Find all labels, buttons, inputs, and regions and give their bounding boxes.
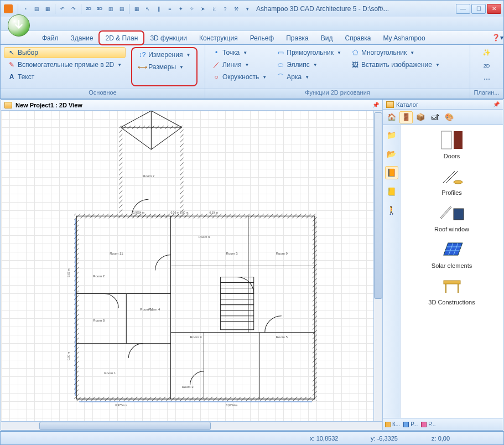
qat-snap1-icon[interactable]: ✦ xyxy=(176,4,186,14)
cat-doors-icon[interactable]: 🚪 xyxy=(399,111,413,123)
cat-tab-p1[interactable]: Р... xyxy=(403,421,418,427)
point-button[interactable]: •Точка▼ xyxy=(209,47,271,58)
qat-split-v-icon[interactable]: ▤ xyxy=(117,4,127,14)
pin-icon[interactable]: 📌 xyxy=(372,102,379,108)
coord-y: y: -6,3325 xyxy=(371,435,415,442)
insert-image-label: Вставить изображение xyxy=(361,61,432,69)
titlebar: ▫ ▤ ▦ ↶ ↷ 2D 3D ▥ ▤ ▦ ↖ ‖ ≡ ✦ ✧ ➤ ⟀ ? ⚒ … xyxy=(0,0,504,17)
cat-3d-icon[interactable]: 📦 xyxy=(414,111,427,123)
line-icon: ／ xyxy=(212,61,220,69)
qat-tools-icon[interactable]: ⚒ xyxy=(231,4,241,14)
qat-undo-icon[interactable]: ↶ xyxy=(58,4,67,14)
catalog-item-3d-constructions[interactable]: 3D Constructions xyxy=(401,271,503,308)
polygon-button[interactable]: ⬠Многоугольник▼ xyxy=(347,47,444,58)
svg-text:0,19 m: 0,19 m xyxy=(210,211,218,214)
measurements-button[interactable]: ↕? Измерения ▼ xyxy=(134,49,194,60)
tab-2d-plan[interactable]: 2D & План xyxy=(99,31,144,45)
rect-button[interactable]: ▭Прямоугольник▼ xyxy=(273,47,345,58)
qat-open-icon[interactable]: ▤ xyxy=(32,4,41,14)
qat-help-icon[interactable]: ? xyxy=(220,4,230,14)
floor-plan: Room 7 Room 11 Room 2 Room 8 Room 1 Room… xyxy=(1,111,373,421)
point-icon: • xyxy=(212,49,220,56)
cat-tab-p2[interactable]: Р... xyxy=(421,421,435,427)
ribbon: ↖ Выбор ✎ Вспомогательные прямые в 2D ▼ … xyxy=(0,45,504,99)
point-label: Точка xyxy=(222,49,240,56)
svg-rect-51 xyxy=(454,209,464,220)
cat-side-5[interactable]: 🚶 xyxy=(385,204,398,217)
cat-side-1[interactable]: 📁 xyxy=(385,128,398,142)
text-button[interactable]: A Текст xyxy=(4,71,126,82)
svg-text:Room 6: Room 6 xyxy=(199,235,211,239)
catalog-item-solar[interactable]: Solar elements xyxy=(401,235,503,271)
dimension-icon: ⟷ xyxy=(138,63,146,71)
arc-button[interactable]: ⌒Арка▼ xyxy=(273,71,345,82)
svg-text:Room 1: Room 1 xyxy=(104,371,116,375)
qat-3d-icon[interactable]: 3D xyxy=(95,4,105,14)
plugin-icon-3[interactable]: ⋯ xyxy=(482,74,492,85)
app-menu-orb[interactable] xyxy=(8,14,30,37)
tab-my-ashampoo[interactable]: My Ashampoo xyxy=(377,31,432,44)
catalog-title: Каталог xyxy=(396,101,418,108)
qat-cursor-icon[interactable]: ↖ xyxy=(143,4,153,14)
tab-file[interactable]: Файл xyxy=(36,31,65,44)
tab-edit[interactable]: Правка xyxy=(280,31,315,44)
catalog-item-profiles[interactable]: Profiles xyxy=(401,162,503,198)
qat-2d-icon[interactable]: 2D xyxy=(84,4,93,14)
select-button[interactable]: ↖ Выбор xyxy=(4,47,126,58)
catalog-toolbar: 🏠 🚪 📦 🛋 🎨 xyxy=(383,110,503,125)
polygon-icon: ⬠ xyxy=(351,49,359,56)
horizontal-scrollbar[interactable] xyxy=(1,421,382,430)
line-button[interactable]: ／Линия▼ xyxy=(209,59,271,70)
plugin-icon-2[interactable]: 2D xyxy=(482,61,492,70)
circle-button[interactable]: ○Окружность▼ xyxy=(209,71,271,82)
image-icon: 🖼 xyxy=(351,61,359,69)
svg-text:0,00 m 0,00 m: 0,00 m 0,00 m xyxy=(170,211,188,214)
vertical-scrollbar[interactable] xyxy=(373,111,382,421)
chevron-down-icon: ▼ xyxy=(117,63,122,68)
svg-text:Room 5: Room 5 xyxy=(276,335,288,339)
qat-new-icon[interactable]: ▫ xyxy=(20,4,30,14)
minimize-button[interactable]: ― xyxy=(456,4,470,14)
qat-grid-icon[interactable]: ▦ xyxy=(132,4,142,14)
tab-help[interactable]: Справка xyxy=(339,31,377,44)
cat-furniture-icon[interactable]: 🛋 xyxy=(428,111,441,123)
catalog-item-roof-window[interactable]: Roof window xyxy=(401,198,503,235)
insert-image-button[interactable]: 🖼Вставить изображение▼ xyxy=(347,59,444,70)
tab-view[interactable]: Вид xyxy=(315,31,339,44)
help-icon[interactable]: ❓▾ xyxy=(491,31,503,44)
qat-align-icon[interactable]: ‖ xyxy=(154,4,164,14)
tab-construction[interactable]: Конструкция xyxy=(193,31,244,44)
canvas[interactable]: Room 7 Room 11 Room 2 Room 8 Room 1 Room… xyxy=(1,111,373,421)
guides-2d-button[interactable]: ✎ Вспомогательные прямые в 2D ▼ xyxy=(4,59,126,70)
tab-3d-functions[interactable]: 3D функции xyxy=(144,31,193,44)
catalog-list[interactable]: Doors Profiles Roof window Solar element… xyxy=(401,125,503,418)
qat-split-h-icon[interactable]: ▥ xyxy=(106,4,116,14)
svg-line-7 xyxy=(151,127,181,149)
maximize-button[interactable]: ☐ xyxy=(471,4,486,14)
svg-rect-48 xyxy=(441,131,451,149)
cat-tab-k[interactable]: К... xyxy=(385,421,400,427)
qat-save-icon[interactable]: ▦ xyxy=(43,4,53,14)
plugin-icon-1[interactable]: ✨ xyxy=(481,47,492,58)
folder-icon xyxy=(4,102,12,108)
svg-point-50 xyxy=(454,180,463,184)
ellipse-button[interactable]: ⬭Эллипс▼ xyxy=(273,59,345,70)
tab-building[interactable]: Здание xyxy=(65,31,100,44)
cat-side-2[interactable]: 📂 xyxy=(385,147,398,161)
cat-side-3[interactable]: 📙 xyxy=(385,166,398,179)
qat-layers-icon[interactable]: ≡ xyxy=(165,4,175,14)
qat-more-icon[interactable]: ▾ xyxy=(242,4,252,14)
qat-pointer-icon[interactable]: ➤ xyxy=(198,4,208,14)
folder-icon xyxy=(386,101,394,108)
cat-materials-icon[interactable]: 🎨 xyxy=(443,111,456,123)
catalog-item-doors[interactable]: Doors xyxy=(401,125,503,162)
close-button[interactable]: ✕ xyxy=(487,4,501,14)
cat-side-4[interactable]: 📒 xyxy=(385,185,398,198)
cat-home-icon[interactable]: 🏠 xyxy=(385,111,398,123)
tab-relief[interactable]: Рельеф xyxy=(244,31,280,44)
qat-measure-icon[interactable]: ⟀ xyxy=(209,4,219,14)
qat-snap2-icon[interactable]: ✧ xyxy=(187,4,197,14)
qat-redo-icon[interactable]: ↷ xyxy=(69,4,79,14)
dimensions-button[interactable]: ⟷ Размеры ▼ xyxy=(134,61,194,73)
pin-icon[interactable]: 📌 xyxy=(493,101,500,107)
